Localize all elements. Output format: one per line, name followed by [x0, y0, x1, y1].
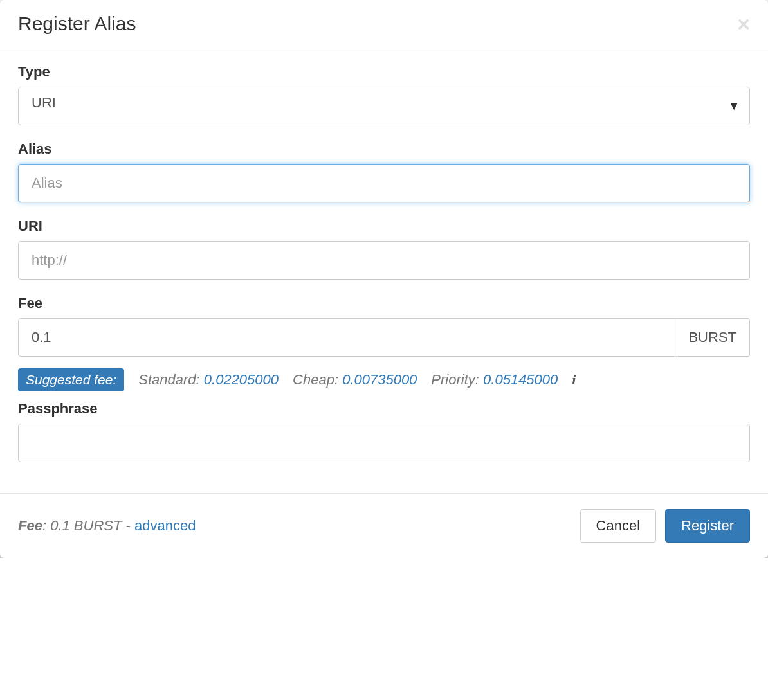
uri-group: URI	[18, 218, 750, 280]
footer-dash: -	[122, 517, 134, 534]
close-icon[interactable]: ×	[737, 13, 750, 35]
footer-fee-summary: Fee: 0.1 BURST - advanced	[18, 517, 196, 534]
modal-footer: Fee: 0.1 BURST - advanced Cancel Registe…	[0, 493, 768, 558]
type-label: Type	[18, 64, 750, 80]
alias-input[interactable]	[18, 164, 750, 202]
footer-fee-label: Fee	[18, 517, 42, 534]
fee-unit-addon: BURST	[675, 318, 750, 357]
type-group: Type URI ▼	[18, 64, 750, 125]
register-button[interactable]: Register	[665, 509, 750, 543]
uri-input[interactable]	[18, 241, 750, 280]
fee-suggest-row: Suggested fee: Standard: 0.02205000 Chea…	[18, 368, 750, 391]
passphrase-input[interactable]	[18, 424, 750, 462]
fee-input[interactable]	[18, 318, 675, 357]
type-select-wrap: URI ▼	[18, 87, 750, 125]
fee-cheap-value: 0.00735000	[342, 372, 417, 388]
alias-group: Alias	[18, 141, 750, 202]
modal-header: Register Alias ×	[0, 0, 768, 48]
footer-buttons: Cancel Register	[580, 509, 750, 543]
fee-priority[interactable]: Priority: 0.05145000	[431, 372, 558, 388]
passphrase-label: Passphrase	[18, 400, 750, 417]
footer-fee-text: 0.1 BURST	[50, 517, 122, 534]
modal-body: Type URI ▼ Alias URI Fee BURST Suggested…	[0, 48, 768, 493]
fee-cheap-label: Cheap:	[293, 372, 338, 388]
fee-label: Fee	[18, 295, 750, 312]
fee-priority-value: 0.05145000	[483, 372, 558, 388]
fee-input-group: BURST	[18, 318, 750, 357]
advanced-link[interactable]: advanced	[134, 517, 196, 534]
footer-fee-sep: :	[42, 517, 50, 534]
info-icon[interactable]: i	[572, 372, 576, 388]
cancel-button[interactable]: Cancel	[580, 509, 656, 543]
type-select[interactable]: URI	[18, 87, 750, 125]
register-alias-modal: Register Alias × Type URI ▼ Alias URI Fe…	[0, 0, 768, 558]
fee-standard-label: Standard:	[138, 372, 199, 388]
fee-cheap[interactable]: Cheap: 0.00735000	[293, 372, 417, 388]
alias-label: Alias	[18, 141, 750, 157]
fee-priority-label: Priority:	[431, 372, 479, 388]
modal-title: Register Alias	[18, 13, 136, 35]
uri-label: URI	[18, 218, 750, 235]
fee-standard[interactable]: Standard: 0.02205000	[138, 372, 279, 388]
fee-group: Fee BURST Suggested fee: Standard: 0.022…	[18, 295, 750, 462]
suggested-fee-badge[interactable]: Suggested fee:	[18, 368, 124, 391]
fee-standard-value: 0.02205000	[204, 372, 279, 388]
